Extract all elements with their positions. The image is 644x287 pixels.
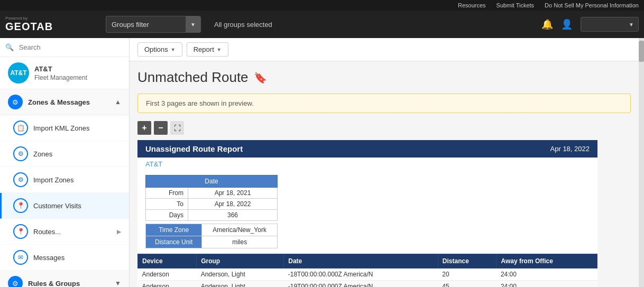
routes-arrow-icon: ▶ — [117, 228, 121, 235]
zones-label: Zones — [33, 150, 52, 158]
geotab-logo: GEOTAB — [5, 21, 53, 33]
timezone-label: Time Zone — [146, 224, 202, 236]
report-label: Report — [194, 45, 214, 53]
report-header-row: Unassigned Route Report Apr 18, 2022 — [137, 140, 597, 158]
preview-notice-text: First 3 pages are shown in preview. — [146, 99, 254, 107]
col-group: Group — [197, 254, 284, 269]
to-label: To — [146, 199, 188, 210]
search-bar: 🔍 — [0, 38, 129, 57]
table-cell: -19T00:00:00.000Z America/N — [284, 281, 438, 288]
logo-area: Powered by GEOTAB — [5, 16, 90, 33]
zoom-out-button[interactable]: − — [154, 121, 168, 135]
resources-link[interactable]: Resources — [458, 2, 486, 8]
import-zones-icon: ⚙ — [13, 172, 28, 187]
options-dropdown-arrow-icon: ▼ — [171, 47, 176, 52]
zones-messages-section-icon: ⚙ — [8, 95, 23, 109]
do-not-sell-link[interactable]: Do Not Sell My Personal Information — [545, 2, 639, 8]
import-zones-label: Import Zones — [33, 176, 74, 184]
table-cell: -18T00:00:00.000Z America/N — [284, 269, 438, 281]
table-cell: 20 — [438, 269, 496, 281]
submit-tickets-link[interactable]: Submit Tickets — [496, 2, 535, 8]
table-cell: 45 — [438, 281, 496, 288]
company-name-block: AT&T Fleet Management — [34, 64, 87, 81]
table-cell: Anderson — [138, 281, 197, 288]
bookmark-icon[interactable]: 🔖 — [254, 71, 267, 84]
user-dropdown-arrow-icon: ▼ — [629, 22, 634, 27]
preview-notice: First 3 pages are shown in preview. — [137, 94, 631, 113]
sidebar: 🔍 AT&T AT&T Fleet Management ⚙ Zones & M… — [0, 38, 130, 287]
table-row: AndersonAnderson, Light-18T00:00:00.000Z… — [138, 269, 597, 281]
sidebar-section-zones-messages[interactable]: ⚙ Zones & Messages ▲ — [0, 89, 129, 115]
table-cell: Anderson, Light — [197, 269, 284, 281]
to-value: Apr 18, 2022 — [188, 199, 278, 210]
table-row: AndersonAnderson, Light-19T00:00:00.000Z… — [138, 281, 597, 288]
main-content: Options ▼ Report ▼ Unmatched Route 🔖 Fir… — [130, 38, 639, 287]
groups-filter-dropdown[interactable]: Groups filter ▼ — [106, 16, 201, 33]
sidebar-item-import-kml-zones[interactable]: 📋 Import KML Zones — [0, 115, 129, 141]
report-title: Unmatched Route 🔖 — [137, 69, 631, 86]
distance-unit-value: miles — [202, 236, 278, 248]
sidebar-item-routes[interactable]: 📍 Routes... ▶ — [0, 219, 129, 245]
sidebar-item-import-zones[interactable]: ⚙ Import Zones — [0, 167, 129, 193]
table-cell: 24:00 — [496, 269, 597, 281]
report-dropdown-arrow-icon: ▼ — [217, 47, 222, 52]
sidebar-item-zones[interactable]: ⚙ Zones — [0, 141, 129, 167]
data-table: Device Group Date Distance Away from Off… — [137, 254, 597, 287]
from-label: From — [146, 188, 188, 199]
report-header-date: Apr 18, 2022 — [550, 145, 590, 153]
sidebar-item-customer-visits[interactable]: 📍 Customer Visits — [0, 193, 129, 219]
notifications-bell-icon[interactable]: 🔔 — [541, 18, 553, 30]
customer-visits-icon: 📍 — [13, 198, 28, 213]
att-logo: AT&T — [8, 62, 29, 84]
date-filter-header: Date — [146, 175, 278, 188]
options-label: Options — [144, 45, 168, 53]
content-area[interactable]: Unmatched Route 🔖 First 3 pages are show… — [130, 61, 639, 287]
import-kml-zones-label: Import KML Zones — [33, 124, 89, 132]
report-button[interactable]: Report ▼ — [187, 42, 228, 57]
timezone-value: America/New_York — [202, 224, 278, 236]
report-header-title: Unassigned Route Report — [145, 144, 243, 153]
att-abbr: AT&T — [10, 69, 26, 77]
col-device: Device — [138, 254, 197, 269]
date-filter-table: Date From Apr 18, 2021 To Apr 18, 2022 D… — [145, 175, 278, 221]
messages-icon: ✉ — [13, 250, 28, 265]
col-away-from-office: Away from Office — [496, 254, 597, 269]
top-nav: Resources Submit Tickets Do Not Sell My … — [0, 0, 644, 11]
days-value: 366 — [188, 210, 278, 221]
table-cell: Anderson, Light — [197, 281, 284, 288]
sidebar-item-messages[interactable]: ✉ Messages — [0, 245, 129, 271]
zones-icon: ⚙ — [13, 146, 28, 161]
logo-powered: Powered by GEOTAB — [5, 16, 53, 33]
table-cell: 24:00 — [496, 281, 597, 288]
company-header: AT&T AT&T Fleet Management — [0, 57, 129, 89]
company-subtitle: Fleet Management — [34, 74, 87, 81]
expand-button[interactable]: ⛶ — [170, 121, 184, 135]
groups-filter-arrow-icon: ▼ — [186, 16, 200, 32]
col-date: Date — [284, 254, 438, 269]
search-icon: 🔍 — [5, 43, 14, 51]
zones-messages-chevron-icon: ▲ — [115, 98, 121, 106]
from-value: Apr 18, 2021 — [188, 188, 278, 199]
search-input[interactable] — [19, 43, 122, 51]
routes-label: Routes... — [33, 228, 61, 236]
report-company: AT&T — [137, 158, 597, 172]
rules-groups-section-icon: ⚙ — [8, 276, 23, 287]
user-profile-icon[interactable]: 👤 — [561, 18, 573, 30]
options-button[interactable]: Options ▼ — [137, 42, 182, 57]
report-title-text: Unmatched Route — [137, 69, 249, 86]
header-right: 🔔 👤 ▼ — [541, 17, 639, 32]
company-name: AT&T — [34, 64, 87, 74]
groups-filter-label: Groups filter — [106, 21, 186, 29]
sidebar-section-rules-groups[interactable]: ⚙ Rules & Groups ▼ — [0, 271, 129, 287]
all-groups-selected-text: All groups selected — [214, 21, 272, 29]
rules-groups-chevron-icon: ▼ — [115, 280, 121, 287]
rules-groups-section-title: Rules & Groups — [28, 280, 115, 288]
user-dropdown[interactable]: ▼ — [581, 17, 639, 32]
zoom-in-button[interactable]: + — [137, 121, 151, 135]
right-scrollbar[interactable] — [639, 38, 644, 287]
scrollbar-thumb — [639, 41, 644, 62]
days-label: Days — [146, 210, 188, 221]
header-bar: Powered by GEOTAB Groups filter ▼ All gr… — [0, 11, 644, 38]
info-table: Time Zone America/New_York Distance Unit… — [145, 224, 278, 248]
routes-icon: 📍 — [13, 224, 28, 239]
